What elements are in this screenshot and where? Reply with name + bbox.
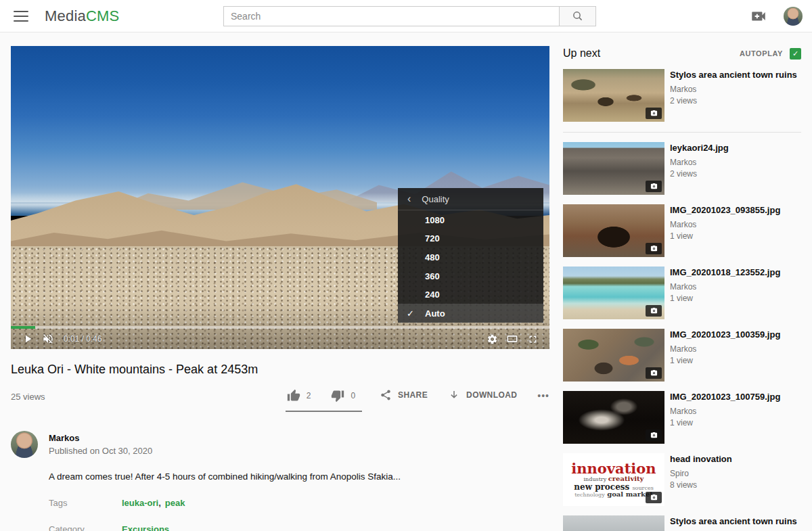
fullscreen-icon bbox=[527, 333, 539, 345]
download-button[interactable]: DOWNLOAD bbox=[448, 389, 517, 401]
media-actions: 2 0 SHARE DOWNLOAD • bbox=[286, 388, 549, 412]
camera-icon bbox=[650, 432, 658, 439]
thumbnail bbox=[563, 391, 664, 444]
top-right-actions bbox=[750, 7, 803, 26]
tag-link-peak[interactable]: peak bbox=[165, 498, 185, 508]
camera-badge bbox=[646, 367, 662, 379]
search-icon bbox=[572, 10, 584, 22]
camera-badge bbox=[646, 305, 662, 317]
dislike-button[interactable]: 0 bbox=[331, 389, 355, 402]
media-meta-row: 25 views 2 0 SHARE bbox=[11, 388, 549, 412]
player-controls: 0:01 / 0:46 bbox=[11, 329, 549, 349]
camera-badge bbox=[646, 492, 662, 503]
media-description: A dream comes true! After 4-5 hours of c… bbox=[49, 471, 549, 482]
share-icon bbox=[380, 389, 392, 401]
autoplay-toggle[interactable]: AUTOPLAY ✓ bbox=[740, 48, 801, 60]
thumbnail: innovation industry creativity new proce… bbox=[563, 453, 664, 506]
share-label: SHARE bbox=[398, 390, 428, 400]
search-input[interactable] bbox=[223, 6, 560, 26]
list-item[interactable]: IMG_20201018_123552.jpg Markos 1 view bbox=[563, 267, 801, 319]
camera-icon bbox=[650, 245, 658, 252]
camera-icon bbox=[650, 307, 658, 315]
mute-button[interactable] bbox=[38, 329, 58, 349]
logo-media: Media bbox=[45, 7, 86, 24]
download-icon bbox=[448, 389, 460, 401]
logo[interactable]: MediaCMS bbox=[45, 7, 119, 25]
gear-icon bbox=[487, 333, 498, 345]
quality-option-360[interactable]: 360 bbox=[398, 267, 543, 285]
quality-menu-title: Quality bbox=[422, 194, 449, 204]
list-item[interactable]: IMG_20201023_100359.jpg Markos 1 view bbox=[563, 329, 801, 382]
autoplay-checkbox[interactable]: ✓ bbox=[790, 48, 801, 60]
tag-separator: , bbox=[158, 498, 161, 508]
share-download-group: SHARE DOWNLOAD ••• bbox=[380, 388, 549, 401]
up-next-sidebar: Up next AUTOPLAY ✓ Stylos area ancient t… bbox=[563, 47, 801, 531]
menu-icon[interactable] bbox=[14, 11, 28, 22]
play-button[interactable] bbox=[18, 329, 38, 349]
quality-option-480[interactable]: 480 bbox=[398, 248, 543, 267]
thumbnail bbox=[563, 329, 664, 382]
category-link[interactable]: Excursions bbox=[122, 524, 169, 531]
quality-option-720[interactable]: 720 bbox=[398, 229, 543, 248]
quality-option-auto[interactable]: ✓ Auto bbox=[398, 304, 543, 323]
more-options-button[interactable]: ••• bbox=[537, 389, 549, 401]
rating-group: 2 0 bbox=[286, 388, 362, 412]
up-next-header: Up next AUTOPLAY ✓ bbox=[563, 47, 801, 60]
thumbnail bbox=[563, 204, 664, 257]
dislike-count: 0 bbox=[351, 391, 355, 400]
quality-option-240[interactable]: 240 bbox=[398, 285, 543, 304]
download-label: DOWNLOAD bbox=[466, 390, 517, 400]
list-item[interactable]: Stylos area ancient town ruins Markos 2 … bbox=[563, 69, 801, 122]
thumbnail bbox=[563, 69, 664, 122]
volume-muted-icon bbox=[42, 333, 54, 345]
camera-badge bbox=[646, 430, 662, 441]
camera-badge bbox=[646, 108, 662, 119]
sidebar-divider bbox=[563, 132, 801, 133]
tag-link-leuka-ori[interactable]: leuka-ori bbox=[122, 498, 158, 508]
publish-date: Published on Oct 30, 2020 bbox=[49, 446, 152, 456]
media-column: ‹ Quality 1080 720 480 360 240 ✓ Auto bbox=[11, 46, 549, 531]
theater-mode-button[interactable] bbox=[502, 329, 522, 349]
author-avatar[interactable] bbox=[11, 431, 38, 458]
camera-badge bbox=[646, 243, 662, 254]
list-item[interactable]: innovation industry creativity new proce… bbox=[563, 453, 801, 506]
like-button[interactable]: 2 bbox=[287, 389, 311, 402]
quality-menu-back[interactable]: ‹ Quality bbox=[398, 188, 543, 210]
camera-icon bbox=[650, 110, 658, 117]
camera-icon bbox=[650, 369, 658, 377]
thumbs-down-icon bbox=[331, 389, 344, 402]
main-content: ‹ Quality 1080 720 480 360 240 ✓ Auto bbox=[0, 32, 812, 531]
chevron-left-icon: ‹ bbox=[407, 193, 411, 205]
list-item[interactable]: IMG_20201023_100759.jpg Markos 1 view bbox=[563, 391, 801, 444]
check-icon: ✓ bbox=[792, 49, 798, 58]
time-display: 0:01 / 0:46 bbox=[64, 334, 102, 344]
search-bar bbox=[223, 6, 596, 26]
logo-cms: CMS bbox=[86, 7, 120, 24]
thumbnail bbox=[563, 515, 664, 531]
list-item[interactable]: Stylos area ancient town ruins bbox=[563, 515, 801, 531]
play-icon bbox=[22, 333, 34, 345]
media-title: Leuka Ori - White mountains - Peak at 24… bbox=[11, 363, 549, 377]
camera-badge bbox=[646, 181, 662, 192]
list-item[interactable]: IMG_20201023_093855.jpg Markos 1 view bbox=[563, 204, 801, 257]
quality-option-1080[interactable]: 1080 bbox=[398, 210, 543, 229]
fullscreen-button[interactable] bbox=[522, 329, 543, 349]
author-name[interactable]: Markos bbox=[49, 431, 152, 443]
list-item[interactable]: leykaori24.jpg Markos 2 views bbox=[563, 142, 801, 195]
search-button[interactable] bbox=[560, 6, 596, 26]
author-section: Markos Published on Oct 30, 2020 bbox=[11, 431, 549, 458]
up-next-title: Up next bbox=[563, 47, 600, 60]
like-count: 2 bbox=[307, 391, 311, 400]
camera-icon bbox=[650, 494, 658, 501]
tags-row: Tags leuka-ori,peak bbox=[49, 498, 549, 508]
share-button[interactable]: SHARE bbox=[380, 389, 428, 401]
thumbnail bbox=[563, 267, 664, 319]
user-avatar[interactable] bbox=[784, 7, 803, 26]
settings-button[interactable] bbox=[482, 329, 502, 349]
theater-mode-icon bbox=[505, 332, 519, 346]
video-player[interactable]: ‹ Quality 1080 720 480 360 240 ✓ Auto bbox=[11, 46, 549, 349]
tags-label: Tags bbox=[49, 498, 122, 508]
upload-media-icon[interactable] bbox=[750, 7, 767, 25]
view-count: 25 views bbox=[11, 388, 45, 402]
camera-icon bbox=[650, 183, 658, 190]
